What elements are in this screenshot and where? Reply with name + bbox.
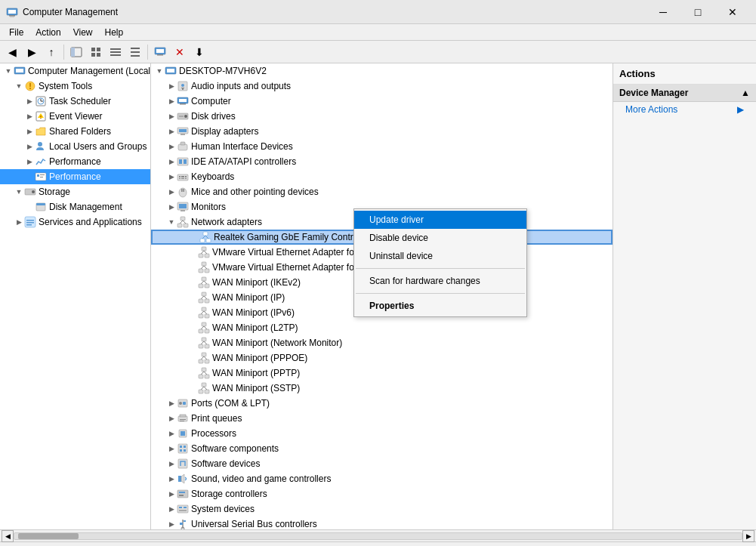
disk-expand[interactable]: ▶ — [166, 111, 177, 122]
monitors-expand[interactable]: ▶ — [166, 202, 177, 212]
scroll-right-btn[interactable]: ▶ — [742, 530, 754, 542]
tree-task-scheduler[interactable]: ▶ Task Scheduler — [0, 94, 150, 109]
menu-file[interactable]: File — [3, 26, 29, 39]
system-expand[interactable]: ▶ — [166, 504, 177, 514]
audio-expand[interactable]: ▶ — [166, 81, 177, 91]
device-system[interactable]: ▶ System devices — [151, 501, 613, 517]
device-wan-pptp[interactable]: WAN Miniport (PPTP) — [151, 366, 613, 381]
local-users-expand[interactable]: ▶ — [24, 141, 35, 152]
device-print[interactable]: ▶ Print queues — [151, 411, 613, 426]
toolbar-icon-view[interactable] — [106, 44, 125, 60]
context-disable-device[interactable]: Disable device — [354, 229, 526, 247]
processors-expand[interactable]: ▶ — [166, 428, 177, 439]
scroll-thumb[interactable] — [18, 533, 79, 539]
toolbar-show-hide[interactable] — [67, 44, 85, 60]
device-usb[interactable]: ▶ Universal Serial Bus controllers — [151, 517, 613, 529]
device-root[interactable]: ▼ DESKTOP-M7VH6V2 — [151, 63, 613, 79]
tree-event-viewer[interactable]: ▶ Event Viewer — [0, 109, 150, 124]
device-ports[interactable]: ▶ Ports (COM & LPT) — [151, 396, 613, 411]
device-disk[interactable]: ▶ Disk drives — [151, 109, 613, 124]
toolbar-delete[interactable]: ✕ — [171, 44, 189, 60]
device-disk-label: Disk drives — [191, 111, 236, 122]
ide-expand[interactable]: ▶ — [166, 156, 177, 167]
menu-help[interactable]: Help — [99, 26, 130, 39]
maximize-button[interactable]: □ — [680, 0, 715, 24]
task-scheduler-expand[interactable]: ▶ — [24, 96, 35, 106]
scroll-left-btn[interactable]: ◀ — [2, 530, 14, 542]
horizontal-scrollbar[interactable]: ◀ ▶ — [0, 529, 756, 541]
menu-bar: File Action View Help — [0, 24, 756, 41]
mice-expand[interactable]: ▶ — [166, 187, 177, 197]
device-hid[interactable]: ▶ Human Interface Devices — [151, 139, 613, 154]
disk-management-expand[interactable] — [24, 202, 35, 212]
device-manager-expand[interactable] — [24, 171, 35, 182]
actions-more-actions[interactable]: More Actions ▶ — [613, 102, 756, 117]
device-wan-pppoe[interactable]: WAN Miniport (PPPOE) — [151, 350, 613, 366]
keyboard-expand[interactable]: ▶ — [166, 171, 177, 182]
print-expand[interactable]: ▶ — [166, 413, 177, 424]
device-display[interactable]: ▶ Display adapters — [151, 124, 613, 139]
toolbar-up[interactable]: ↑ — [42, 44, 60, 60]
services-expand[interactable]: ▶ — [14, 217, 24, 227]
toolbar-refresh[interactable]: ⬇ — [190, 44, 208, 60]
sw-comp-expand[interactable]: ▶ — [166, 443, 177, 454]
svg-rect-98 — [199, 284, 203, 288]
device-sound[interactable]: ▶ Sound, video and game controllers — [151, 471, 613, 486]
shared-folders-expand[interactable]: ▶ — [24, 126, 35, 137]
event-viewer-expand[interactable]: ▶ — [24, 111, 35, 122]
system-tools-expand[interactable]: ▼ — [14, 81, 24, 91]
tree-local-users[interactable]: ▶ Local Users and Groups — [0, 139, 150, 154]
device-ide[interactable]: ▶ IDE ATA/ATAPI controllers — [151, 154, 613, 169]
storage-ctrl-expand[interactable]: ▶ — [166, 489, 177, 499]
actions-device-manager-header[interactable]: Device Manager ▲ — [613, 85, 756, 102]
left-panel[interactable]: ▼ Computer Management (Local ▼ System To… — [0, 63, 151, 529]
tree-storage[interactable]: ▼ Storage — [0, 184, 150, 199]
computer-expand[interactable]: ▶ — [166, 96, 177, 106]
hid-expand[interactable]: ▶ — [166, 141, 177, 152]
device-wan-sstp[interactable]: WAN Miniport (SSTP) — [151, 381, 613, 396]
tree-services[interactable]: ▶ Services and Applications — [0, 214, 150, 230]
device-wan-netmon[interactable]: WAN Miniport (Network Monitor) — [151, 335, 613, 350]
display-expand[interactable]: ▶ — [166, 126, 177, 137]
tree-shared-folders[interactable]: ▶ Shared Folders — [0, 124, 150, 139]
tree-disk-management[interactable]: Disk Management — [0, 199, 150, 214]
toolbar-view[interactable] — [87, 44, 105, 60]
device-processors[interactable]: ▶ Processors — [151, 426, 613, 441]
device-root-expand[interactable]: ▼ — [154, 66, 165, 76]
close-button[interactable]: ✕ — [715, 0, 750, 24]
toolbar-back[interactable]: ◀ — [3, 44, 21, 60]
context-uninstall-device[interactable]: Uninstall device — [354, 247, 526, 265]
toolbar-computer[interactable] — [151, 44, 169, 60]
root-expand[interactable]: ▼ — [3, 66, 14, 76]
usb-expand[interactable]: ▶ — [166, 519, 177, 529]
performance-expand[interactable]: ▶ — [24, 156, 35, 167]
menu-view[interactable]: View — [67, 26, 99, 39]
scroll-track[interactable] — [14, 532, 742, 540]
toolbar-extra[interactable] — [126, 44, 144, 60]
tree-root[interactable]: ▼ Computer Management (Local — [0, 63, 150, 79]
device-audio[interactable]: ▶ Audio inputs and outputs — [151, 79, 613, 94]
context-properties[interactable]: Properties — [354, 297, 526, 315]
toolbar-forward[interactable]: ▶ — [23, 44, 41, 60]
sound-expand[interactable]: ▶ — [166, 474, 177, 484]
device-wan-l2tp[interactable]: WAN Miniport (L2TP) — [151, 320, 613, 335]
tree-system-tools[interactable]: ▼ System Tools — [0, 79, 150, 94]
title-bar-buttons[interactable]: ─ □ ✕ — [646, 0, 750, 24]
tree-performance[interactable]: ▶ Performance — [0, 154, 150, 169]
tree-device-manager[interactable]: Performance — [0, 169, 150, 184]
device-keyboard[interactable]: ▶ Keyboards — [151, 169, 613, 184]
device-computer[interactable]: ▶ Computer — [151, 94, 613, 109]
menu-action[interactable]: Action — [29, 26, 66, 39]
context-scan-hardware[interactable]: Scan for hardware changes — [354, 272, 526, 290]
device-mice[interactable]: ▶ Mice and other pointing devices — [151, 184, 613, 199]
device-software-comp[interactable]: ▶ Software components — [151, 441, 613, 456]
minimize-button[interactable]: ─ — [646, 0, 680, 24]
device-storage-ctrl[interactable]: ▶ Storage controllers — [151, 486, 613, 501]
ports-expand[interactable]: ▶ — [166, 398, 177, 409]
storage-expand[interactable]: ▼ — [14, 187, 24, 197]
device-software-dev[interactable]: ▶ Software devices — [151, 456, 613, 471]
context-update-driver[interactable]: Update driver — [354, 211, 526, 229]
network-expand[interactable]: ▼ — [166, 217, 177, 227]
middle-panel[interactable]: ▼ DESKTOP-M7VH6V2 ▶ Audio inputs and out… — [151, 63, 613, 529]
sw-dev-expand[interactable]: ▶ — [166, 458, 177, 469]
